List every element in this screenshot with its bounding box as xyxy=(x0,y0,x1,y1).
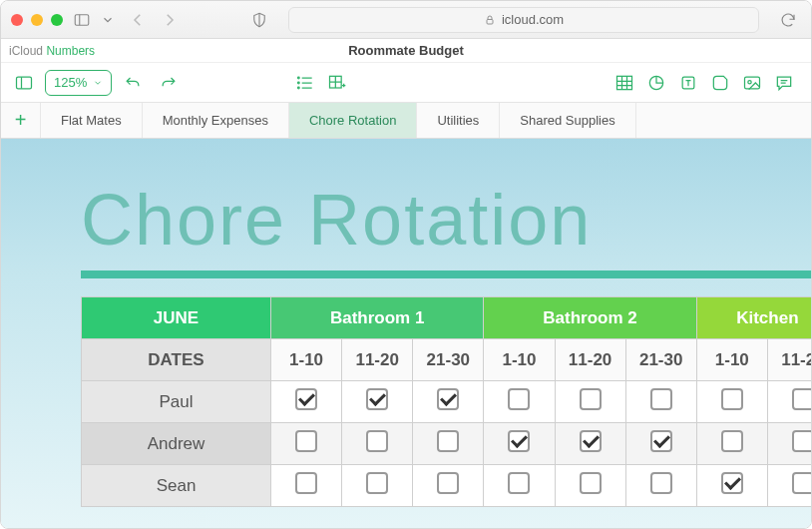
checkbox[interactable] xyxy=(366,388,388,410)
checkbox[interactable] xyxy=(437,430,459,452)
checkbox[interactable] xyxy=(508,388,530,410)
sheet-tab[interactable]: Monthly Expenses xyxy=(143,103,289,138)
date-range[interactable]: 1-10 xyxy=(696,339,767,381)
group-header[interactable]: Kitchen xyxy=(696,297,811,339)
sheet-tab[interactable]: Utilities xyxy=(417,103,500,138)
shape-icon[interactable] xyxy=(705,69,735,97)
chore-cell[interactable] xyxy=(271,465,342,507)
chore-cell[interactable] xyxy=(484,381,555,423)
table-icon[interactable] xyxy=(609,69,639,97)
checkbox[interactable] xyxy=(295,388,317,410)
chore-cell[interactable] xyxy=(342,423,413,465)
chore-cell[interactable] xyxy=(625,423,696,465)
chore-cell[interactable] xyxy=(484,423,555,465)
checkbox[interactable] xyxy=(792,388,811,410)
chore-cell[interactable] xyxy=(555,381,625,423)
panel-toggle-icon[interactable] xyxy=(9,69,39,97)
checkbox[interactable] xyxy=(295,430,317,452)
checkbox[interactable] xyxy=(508,472,530,494)
chore-cell[interactable] xyxy=(767,423,811,465)
text-icon[interactable] xyxy=(673,69,703,97)
browser-toolbar: icloud.com xyxy=(1,1,811,39)
forward-button[interactable] xyxy=(159,9,181,31)
date-range[interactable]: 11-20 xyxy=(342,339,413,381)
date-range[interactable]: 11-20 xyxy=(555,339,625,381)
privacy-shield-icon[interactable] xyxy=(248,9,270,31)
checkbox[interactable] xyxy=(650,430,672,452)
reload-button[interactable] xyxy=(777,9,799,31)
sheet-tab[interactable]: Flat Mates xyxy=(41,103,143,138)
date-range[interactable]: 1-10 xyxy=(484,339,555,381)
sidebar-toggle-icon[interactable] xyxy=(71,9,93,31)
minimize-window-button[interactable] xyxy=(31,14,43,26)
dates-label[interactable]: DATES xyxy=(82,339,271,381)
checkbox[interactable] xyxy=(721,388,743,410)
chore-cell[interactable] xyxy=(555,465,625,507)
chore-cell[interactable] xyxy=(413,423,484,465)
zoom-window-button[interactable] xyxy=(51,14,63,26)
sheet-canvas[interactable]: Chore Rotation JUNE Bathroom 1 Bathroom … xyxy=(1,139,811,528)
group-header[interactable]: Bathroom 2 xyxy=(484,297,696,339)
checkbox[interactable] xyxy=(366,430,388,452)
chore-cell[interactable] xyxy=(413,465,484,507)
checkbox[interactable] xyxy=(792,430,811,452)
brand[interactable]: iCloud Numbers xyxy=(9,44,95,58)
insert-table-icon[interactable] xyxy=(322,69,352,97)
address-bar[interactable]: icloud.com xyxy=(288,7,759,33)
chore-cell[interactable] xyxy=(696,381,767,423)
sheet-tab[interactable]: Chore Rotation xyxy=(289,103,417,138)
svg-point-10 xyxy=(298,82,300,84)
chore-cell[interactable] xyxy=(625,465,696,507)
chore-cell[interactable] xyxy=(767,381,811,423)
chore-cell[interactable] xyxy=(271,423,342,465)
checkbox[interactable] xyxy=(580,388,602,410)
chore-cell[interactable] xyxy=(767,465,811,507)
person-name[interactable]: Paul xyxy=(82,381,271,423)
app-header: iCloud Numbers Roommate Budget xyxy=(1,39,811,63)
date-range[interactable]: 1-10 xyxy=(271,339,342,381)
sheet-tab[interactable]: Shared Supplies xyxy=(500,103,635,138)
checkbox[interactable] xyxy=(721,430,743,452)
chore-table[interactable]: JUNE Bathroom 1 Bathroom 2 Kitchen DATES… xyxy=(81,296,811,507)
chore-cell[interactable] xyxy=(342,381,413,423)
media-icon[interactable] xyxy=(737,69,767,97)
undo-button[interactable] xyxy=(118,69,148,97)
numbers-toolbar: 125% xyxy=(1,63,811,103)
checkbox[interactable] xyxy=(650,472,672,494)
month-header[interactable]: JUNE xyxy=(82,297,271,339)
list-icon[interactable] xyxy=(290,69,320,97)
chore-cell[interactable] xyxy=(696,423,767,465)
chart-icon[interactable] xyxy=(641,69,671,97)
chore-cell[interactable] xyxy=(342,465,413,507)
back-button[interactable] xyxy=(127,9,149,31)
chore-cell[interactable] xyxy=(555,423,625,465)
checkbox[interactable] xyxy=(366,472,388,494)
date-range[interactable]: 21-30 xyxy=(413,339,484,381)
redo-button[interactable] xyxy=(154,69,184,97)
chevron-down-icon[interactable] xyxy=(101,9,115,31)
checkbox[interactable] xyxy=(792,472,811,494)
chore-cell[interactable] xyxy=(625,381,696,423)
person-name[interactable]: Andrew xyxy=(82,423,271,465)
comment-icon[interactable] xyxy=(769,69,799,97)
checkbox[interactable] xyxy=(580,472,602,494)
checkbox[interactable] xyxy=(437,388,459,410)
chore-cell[interactable] xyxy=(484,465,555,507)
date-range[interactable]: 21-30 xyxy=(625,339,696,381)
chore-cell[interactable] xyxy=(696,465,767,507)
checkbox[interactable] xyxy=(650,388,672,410)
checkbox[interactable] xyxy=(295,472,317,494)
svg-rect-3 xyxy=(487,19,493,24)
zoom-select[interactable]: 125% xyxy=(45,70,112,96)
close-window-button[interactable] xyxy=(11,14,23,26)
checkbox[interactable] xyxy=(508,430,530,452)
group-header[interactable]: Bathroom 1 xyxy=(271,297,484,339)
checkbox[interactable] xyxy=(437,472,459,494)
checkbox[interactable] xyxy=(721,472,743,494)
date-range[interactable]: 11-20 xyxy=(767,339,811,381)
chore-cell[interactable] xyxy=(413,381,484,423)
person-name[interactable]: Sean xyxy=(82,465,271,507)
checkbox[interactable] xyxy=(580,430,602,452)
add-sheet-button[interactable]: + xyxy=(1,103,41,138)
chore-cell[interactable] xyxy=(271,381,342,423)
